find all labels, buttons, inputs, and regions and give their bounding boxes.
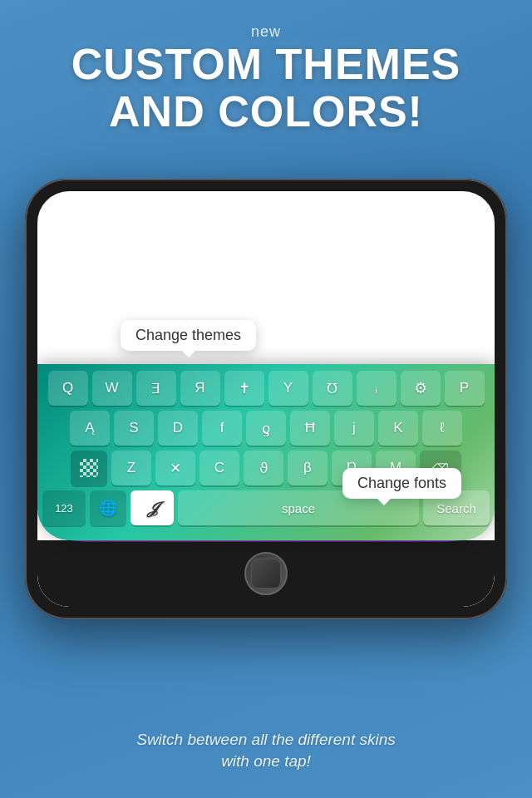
key-t[interactable]: ✝	[224, 371, 264, 406]
key-f[interactable]: f	[202, 411, 242, 446]
key-b[interactable]: β	[288, 451, 328, 485]
main-title-line2: AND COLORS!	[109, 87, 423, 135]
new-label: new	[0, 23, 532, 41]
phone-container: Q W Ǝ Я ✝ Y Ʊ ᵢ ⚙ P Ą S	[25, 179, 507, 619]
home-button-inner	[251, 559, 281, 589]
key-h[interactable]: Ħ	[290, 411, 330, 446]
key-u[interactable]: Ʊ	[313, 371, 352, 406]
key-r[interactable]: Я	[180, 371, 220, 406]
key-q[interactable]: Q	[48, 371, 88, 406]
key-font[interactable]: 𝒥	[131, 490, 174, 525]
key-k[interactable]: K	[378, 411, 418, 446]
keyboard-row-1: Q W Ǝ Я ✝ Y Ʊ ᵢ ⚙ P	[42, 371, 490, 406]
tooltip-change-fonts: Change fonts	[342, 468, 461, 499]
main-title: CUSTOM THEMES AND COLORS!	[0, 41, 532, 135]
keyboard-main: Q W Ǝ Я ✝ Y Ʊ ᵢ ⚙ P Ą S	[37, 364, 495, 540]
key-i[interactable]: ᵢ	[357, 371, 397, 406]
home-button[interactable]	[244, 552, 288, 595]
key-numbers[interactable]: 123	[42, 490, 86, 525]
keyboard-stack: Q W Ǝ Я ✝ Y Ʊ ᵢ ⚙ P Ą S	[37, 191, 495, 540]
key-z[interactable]: Z	[111, 451, 151, 485]
key-g[interactable]: ƍ	[246, 411, 286, 446]
bottom-description: Switch between all the different skins w…	[0, 729, 532, 773]
key-d[interactable]: D	[158, 411, 198, 446]
checkerboard-icon	[80, 459, 98, 477]
phone-inner: Q W Ǝ Я ✝ Y Ʊ ᵢ ⚙ P Ą S	[37, 191, 495, 607]
key-l[interactable]: ℓ	[422, 411, 462, 446]
key-v[interactable]: ϑ	[244, 451, 283, 485]
key-gear[interactable]: ⚙	[401, 371, 441, 406]
key-p[interactable]: P	[445, 371, 485, 406]
top-section: new CUSTOM THEMES AND COLORS!	[0, 0, 532, 135]
key-j[interactable]: j	[334, 411, 374, 446]
key-w[interactable]: W	[92, 371, 132, 406]
key-x[interactable]: ✕	[155, 451, 195, 485]
bottom-text: Switch between all the different skins w…	[0, 729, 532, 773]
phone-frame: Q W Ǝ Я ✝ Y Ʊ ᵢ ⚙ P Ą S	[25, 179, 507, 619]
tooltip-change-themes: Change themes	[121, 320, 256, 351]
key-a[interactable]: Ą	[70, 411, 110, 446]
keyboard-row-2: Ą S D f ƍ Ħ j K ℓ	[42, 411, 490, 446]
key-globe[interactable]: 🌐	[90, 490, 126, 525]
key-c[interactable]: C	[200, 451, 239, 485]
key-e[interactable]: Ǝ	[136, 371, 176, 406]
main-title-line1: CUSTOM THEMES	[71, 40, 461, 88]
home-button-area	[37, 540, 495, 607]
key-s[interactable]: S	[114, 411, 154, 446]
key-shift[interactable]	[71, 451, 107, 485]
key-y[interactable]: Y	[268, 371, 308, 406]
